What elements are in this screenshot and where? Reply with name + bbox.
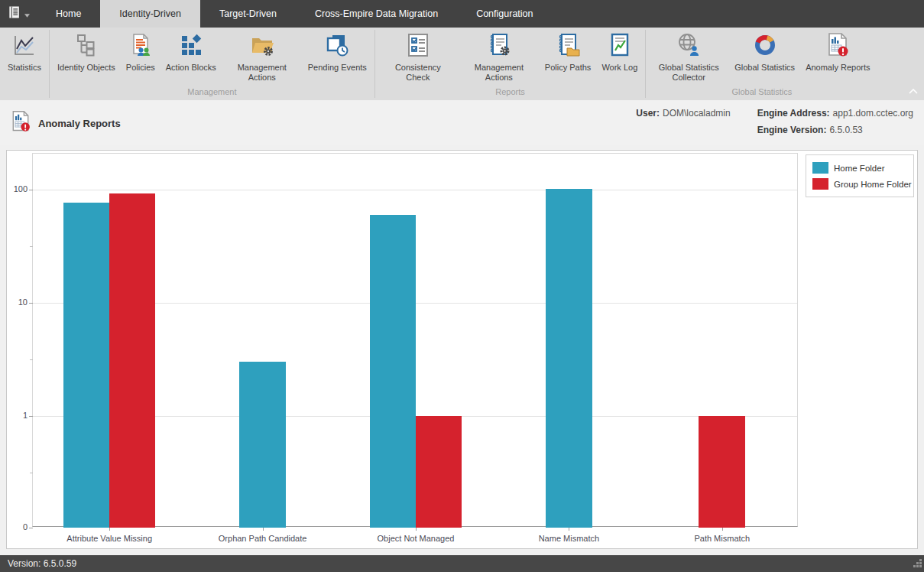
report-alert-icon xyxy=(825,32,851,63)
engine-address-value: app1.dom.cctec.org xyxy=(833,108,913,119)
checklist-icon xyxy=(405,32,431,63)
ribbon-group-label xyxy=(0,96,49,100)
ribbon-button-anomaly-reports[interactable]: Anomaly Reports xyxy=(800,31,875,74)
engine-address-info: Engine Address:app1.dom.cctec.org xyxy=(757,108,913,119)
ribbon-button-label: Anomaly Reports xyxy=(806,63,870,73)
ribbon-button-label: Management Actions xyxy=(227,63,297,83)
legend-swatch-group-home-folder xyxy=(812,178,828,190)
chart-bar-home-folder xyxy=(63,203,109,528)
chart-bar-home-folder xyxy=(370,215,416,528)
action-blocks-icon xyxy=(178,32,204,63)
engine-version-label: Engine Version: xyxy=(757,125,827,135)
x-tick xyxy=(263,528,264,531)
engine-address-label: Engine Address: xyxy=(757,108,830,119)
ribbon-button-label: Global Statistics Collector xyxy=(653,63,724,83)
ribbon-button-label: Pending Events xyxy=(308,63,367,73)
ribbon-button-label: Policy Paths xyxy=(545,63,592,73)
ribbon-group-statistics: Statistics xyxy=(0,28,49,100)
ribbon-button-identity-objects[interactable]: Identity Objects xyxy=(52,31,121,74)
user-label: User: xyxy=(636,108,660,119)
tab-identity-driven[interactable]: Identity-Driven xyxy=(100,0,200,28)
y-tick xyxy=(29,190,33,190)
anomaly-reports-icon xyxy=(9,110,32,136)
ribbon-button-policy-paths[interactable]: Policy Paths xyxy=(540,31,597,74)
x-category-label: Attribute Value Missing xyxy=(33,534,186,543)
ribbon-button-label: Statistics xyxy=(8,63,41,73)
ribbon-button-label: Management Actions xyxy=(464,63,534,83)
ribbon-group-label: Management xyxy=(50,86,374,100)
y-tick xyxy=(29,303,33,304)
user-info: User:DOM\localadmin xyxy=(636,108,730,119)
y-minor-tick xyxy=(30,359,33,360)
ribbon-button-management-actions[interactable]: Management Actions xyxy=(222,31,303,84)
x-tick xyxy=(416,528,417,531)
x-tick xyxy=(569,528,569,531)
legend-label: Group Home Folder xyxy=(834,180,912,189)
ribbon-group-label: Global Statistics xyxy=(646,86,877,100)
windows-clock-icon xyxy=(324,32,350,63)
y-tick xyxy=(29,528,33,528)
tab-home[interactable]: Home xyxy=(37,0,100,28)
page-header: Anomaly Reports User:DOM\localadmin Engi… xyxy=(0,100,924,145)
ribbon-group-global-statistics: Global Statistics Collector Global Stati… xyxy=(646,28,877,100)
chart-bar-group-home-folder xyxy=(699,416,745,528)
document-chart-icon xyxy=(607,32,633,63)
legend-swatch-home-folder xyxy=(812,162,828,174)
ribbon-button-management-actions-report[interactable]: Management Actions xyxy=(459,31,540,84)
ribbon-button-global-statistics[interactable]: Global Statistics xyxy=(729,31,800,74)
ribbon-button-statistics[interactable]: Statistics xyxy=(2,31,47,74)
legend-item: Home Folder xyxy=(812,162,907,174)
globe-person-icon xyxy=(676,32,702,63)
engine-version-info: Engine Version:6.5.0.53 xyxy=(757,125,863,135)
session-info: User:DOM\localadmin Engine Address:app1.… xyxy=(636,100,924,135)
document-list-icon xyxy=(7,5,22,23)
tab-cross-empire-data-migration[interactable]: Cross-Empire Data Migration xyxy=(296,0,457,28)
folder-gear-icon xyxy=(249,32,275,63)
policies-icon xyxy=(128,32,154,63)
resize-grip[interactable] xyxy=(913,558,922,570)
x-tick xyxy=(722,528,723,531)
status-bar: Version: 6.5.0.59 xyxy=(0,555,924,572)
y-minor-tick xyxy=(30,246,33,247)
chart-bar-home-folder xyxy=(239,362,286,528)
identity-objects-icon xyxy=(73,32,99,63)
ribbon-button-label: Global Statistics xyxy=(734,63,795,73)
chart-bar-group-home-folder xyxy=(416,416,462,528)
ribbon-button-label: Work Log xyxy=(601,63,637,73)
x-category-label: Path Mismatch xyxy=(646,534,799,543)
ribbon-collapse-button[interactable] xyxy=(909,83,918,97)
y-tick xyxy=(29,416,33,417)
ribbon-button-label: Policies xyxy=(126,63,155,73)
app-menu-button[interactable] xyxy=(0,0,37,28)
plot-area: 1001010Attribute Value MissingOrphan Pat… xyxy=(32,153,798,527)
legend-item: Group Home Folder xyxy=(812,178,907,190)
notebook-folder-icon xyxy=(555,32,581,63)
ribbon-button-work-log[interactable]: Work Log xyxy=(596,31,643,74)
y-tick-label: 10 xyxy=(5,297,28,307)
chart-legend: Home Folder Group Home Folder xyxy=(806,154,914,197)
ribbon-group-reports: Consistency Check xyxy=(375,28,645,100)
ribbon-button-policies[interactable]: Policies xyxy=(121,31,160,74)
tab-bar: Home Identity-Driven Target-Driven Cross… xyxy=(0,0,924,28)
notebook-gear-icon xyxy=(486,32,512,63)
ribbon-group-label: Reports xyxy=(375,86,645,100)
statistics-icon xyxy=(11,32,37,63)
y-tick-label: 0 xyxy=(5,522,28,531)
ribbon-button-label: Identity Objects xyxy=(57,63,115,73)
ribbon-button-global-statistics-collector[interactable]: Global Statistics Collector xyxy=(648,31,729,84)
ribbon: Statistics Identity Objects xyxy=(0,28,924,100)
user-value: DOM\localadmin xyxy=(663,108,731,119)
y-tick-label: 100 xyxy=(5,184,28,193)
gridline xyxy=(33,190,797,190)
chart-bar-home-folder xyxy=(546,189,592,528)
x-category-label: Orphan Path Candidate xyxy=(186,534,339,543)
y-minor-tick xyxy=(30,473,33,473)
engine-version-value: 6.5.0.53 xyxy=(829,125,862,135)
ribbon-button-action-blocks[interactable]: Action Blocks xyxy=(160,31,222,74)
ribbon-button-consistency-check[interactable]: Consistency Check xyxy=(378,31,459,84)
tab-configuration[interactable]: Configuration xyxy=(457,0,552,28)
tab-target-driven[interactable]: Target-Driven xyxy=(200,0,296,28)
ribbon-group-management: Identity Objects Policies xyxy=(50,28,374,100)
page-title: Anomaly Reports xyxy=(38,118,121,129)
ribbon-button-pending-events[interactable]: Pending Events xyxy=(303,31,372,74)
